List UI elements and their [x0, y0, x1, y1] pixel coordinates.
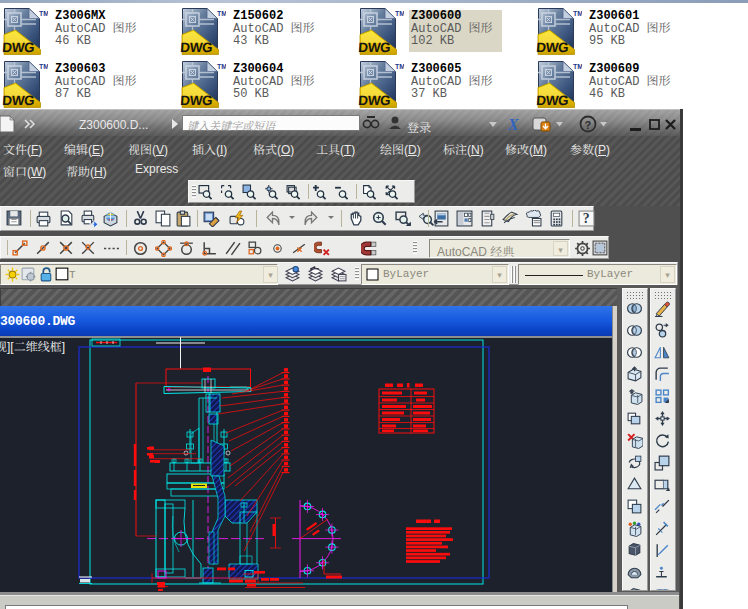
- svg-text:DWG: DWG: [2, 93, 35, 108]
- svg-text:?: ?: [585, 119, 592, 131]
- svg-text:TM: TM: [573, 63, 582, 70]
- svg-text:DWG: DWG: [180, 93, 213, 108]
- svg-text:TM: TM: [573, 10, 582, 17]
- svg-text:DWG: DWG: [2, 40, 35, 55]
- svg-text:DWG: DWG: [536, 40, 569, 55]
- svg-text:TM: TM: [39, 63, 48, 70]
- svg-text:TM: TM: [39, 10, 48, 17]
- svg-text:DWG: DWG: [358, 93, 391, 108]
- svg-text:DWG: DWG: [536, 93, 569, 108]
- svg-text:?: ?: [583, 211, 590, 226]
- svg-text:DWG: DWG: [358, 40, 391, 55]
- svg-text:X: X: [507, 116, 519, 133]
- svg-text:DWG: DWG: [180, 40, 213, 55]
- svg-text:TM: TM: [217, 63, 226, 70]
- svg-text:TM: TM: [217, 10, 226, 17]
- svg-text:TM: TM: [395, 10, 404, 17]
- svg-text:TM: TM: [395, 63, 404, 70]
